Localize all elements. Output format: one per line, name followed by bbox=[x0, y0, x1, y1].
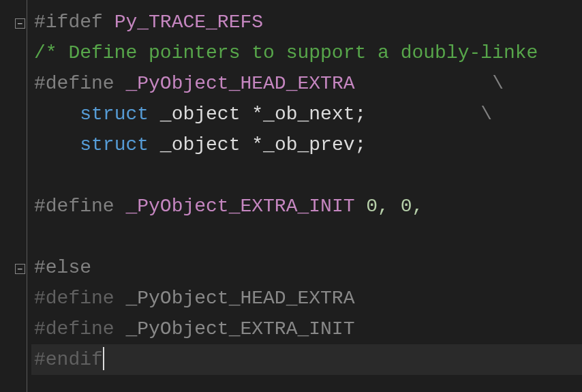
macro-name: _PyObject_HEAD_EXTRA bbox=[125, 288, 354, 309]
code-line[interactable]: #ifdef Py_TRACE_REFS bbox=[31, 7, 582, 37]
space bbox=[114, 196, 126, 217]
operator-star: * bbox=[251, 104, 263, 125]
preprocessor-directive: #else bbox=[34, 257, 91, 278]
semicolon: ; bbox=[355, 134, 367, 155]
line-continuation: \ bbox=[480, 104, 492, 125]
preprocessor-directive: #ifdef bbox=[34, 12, 103, 33]
preprocessor-directive: #define bbox=[34, 318, 125, 340]
code-line[interactable]: struct _object *_ob_next; \ bbox=[31, 99, 582, 130]
preprocessor-directive: #define bbox=[34, 196, 114, 217]
macro-name: _PyObject_EXTRA_INIT bbox=[125, 318, 354, 340]
preprocessor-directive: #define bbox=[34, 73, 114, 94]
space bbox=[103, 12, 114, 33]
code-content[interactable]: #ifdef Py_TRACE_REFS /* Define pointers … bbox=[31, 0, 582, 392]
code-editor[interactable]: #ifdef Py_TRACE_REFS /* Define pointers … bbox=[0, 0, 582, 392]
macro-name: _PyObject_EXTRA_INIT bbox=[125, 196, 354, 217]
comment: /* Define pointers to support a doubly-l… bbox=[34, 42, 538, 63]
fold-guide-line bbox=[27, 0, 27, 392]
identifier: _object bbox=[149, 134, 251, 155]
code-line[interactable]: #else bbox=[31, 252, 582, 283]
code-line[interactable]: /* Define pointers to support a doubly-l… bbox=[31, 37, 582, 68]
operator-star: * bbox=[251, 134, 263, 155]
fold-toggle-icon[interactable] bbox=[15, 264, 25, 274]
preprocessor-directive: #define bbox=[34, 288, 125, 309]
code-line[interactable]: #define _PyObject_HEAD_EXTRA \ bbox=[31, 68, 582, 99]
spacing bbox=[366, 104, 480, 125]
identifier: _ob_next bbox=[263, 104, 354, 125]
preprocessor-directive: #endif bbox=[34, 349, 103, 370]
fold-toggle-icon[interactable] bbox=[15, 18, 25, 29]
code-line-inactive[interactable]: #define _PyObject_HEAD_EXTRA bbox=[31, 283, 582, 314]
code-line[interactable]: #define _PyObject_EXTRA_INIT 0, 0, bbox=[31, 191, 582, 222]
indent bbox=[34, 134, 80, 155]
semicolon: ; bbox=[355, 104, 367, 125]
keyword-struct: struct bbox=[80, 134, 149, 155]
code-line-blank[interactable] bbox=[31, 160, 582, 191]
macro-name: _PyObject_HEAD_EXTRA bbox=[125, 73, 354, 94]
code-line-blank[interactable] bbox=[31, 222, 582, 252]
text-cursor bbox=[103, 347, 104, 370]
keyword-struct: struct bbox=[80, 104, 149, 125]
code-line-inactive[interactable]: #define _PyObject_EXTRA_INIT bbox=[31, 314, 582, 344]
space bbox=[114, 73, 126, 94]
code-line-current[interactable]: #endif bbox=[31, 344, 582, 375]
identifier: _ob_prev bbox=[263, 134, 354, 155]
fold-gutter bbox=[0, 0, 31, 392]
numeric-literals: 0, 0, bbox=[355, 196, 424, 217]
spacing bbox=[355, 73, 493, 94]
line-continuation: \ bbox=[492, 73, 504, 94]
code-line[interactable]: struct _object *_ob_prev; bbox=[31, 130, 582, 160]
identifier: _object bbox=[149, 104, 251, 125]
indent bbox=[34, 104, 80, 125]
macro-name: Py_TRACE_REFS bbox=[114, 12, 263, 33]
